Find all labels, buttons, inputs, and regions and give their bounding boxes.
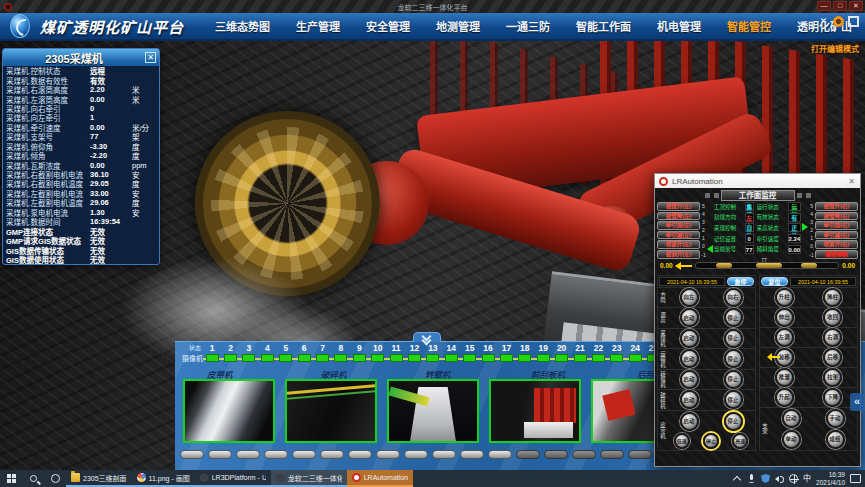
control-button[interactable]: 启动 bbox=[680, 412, 699, 431]
control-button[interactable]: 低速 bbox=[674, 433, 690, 449]
function-button-left-1[interactable]: 摇臂降(左) bbox=[657, 212, 700, 221]
close-icon[interactable]: ✕ bbox=[145, 52, 156, 63]
channel-status-ok[interactable] bbox=[500, 354, 513, 362]
control-button[interactable]: 升起 bbox=[775, 388, 794, 407]
function-button-right-1[interactable]: 摇臂降(右) bbox=[815, 212, 858, 221]
control-button[interactable]: 降柱 bbox=[823, 288, 842, 307]
gear-icon[interactable] bbox=[833, 16, 844, 27]
channel-status-ok[interactable] bbox=[298, 354, 311, 362]
control-button[interactable]: 启动 bbox=[680, 329, 699, 348]
channel-status-ok[interactable] bbox=[482, 354, 495, 362]
control-button[interactable]: 收回 bbox=[823, 308, 842, 327]
channel-status-ok[interactable] bbox=[463, 354, 476, 362]
control-button[interactable]: 伸出 bbox=[775, 308, 794, 327]
function-button-left-2[interactable]: 牵引加(左) bbox=[657, 221, 700, 230]
channel-status-ok[interactable] bbox=[279, 354, 292, 362]
control-button[interactable]: 拉架 bbox=[823, 368, 842, 387]
tab-nav-icon[interactable] bbox=[705, 193, 710, 198]
control-button[interactable]: 升柱 bbox=[775, 288, 794, 307]
function-button-right-3[interactable]: 牵引减(右) bbox=[815, 231, 858, 240]
window-icon[interactable] bbox=[848, 16, 859, 27]
channel-status-ok[interactable] bbox=[206, 354, 219, 362]
channel-status-ok[interactable] bbox=[574, 354, 587, 362]
channel-status-ok[interactable] bbox=[592, 354, 605, 362]
mic-icon[interactable] bbox=[747, 474, 756, 483]
control-button[interactable]: 停止 bbox=[703, 433, 719, 449]
camera-thumbnail-1[interactable] bbox=[183, 379, 275, 443]
channel-status-ok[interactable] bbox=[445, 354, 458, 362]
control-button[interactable]: 下降 bbox=[823, 388, 842, 407]
menu-item-4[interactable]: 一通三防 bbox=[493, 18, 563, 34]
channel-status-ok[interactable] bbox=[537, 354, 550, 362]
channel-status-ok[interactable] bbox=[610, 354, 623, 362]
minimize-button[interactable]: — bbox=[817, 1, 831, 11]
menu-item-3[interactable]: 地测管理 bbox=[423, 18, 493, 34]
menu-item-7[interactable]: 智能管控 bbox=[714, 18, 784, 34]
taskbar-task-3[interactable]: 龙软二三维一体化... bbox=[271, 470, 347, 487]
notification-icon[interactable] bbox=[850, 474, 861, 483]
control-button[interactable]: 停止 bbox=[724, 412, 743, 431]
group-mode-button[interactable]: 复位 bbox=[761, 277, 788, 286]
control-button[interactable]: 左调 bbox=[775, 328, 794, 347]
shield-icon[interactable] bbox=[761, 474, 770, 483]
chevron-up-icon[interactable] bbox=[733, 474, 742, 483]
function-button-left-4[interactable]: 喷雾开(左) bbox=[657, 240, 700, 249]
close-icon[interactable]: ✕ bbox=[848, 177, 855, 186]
start-button[interactable] bbox=[0, 470, 22, 487]
control-button[interactable]: 启动 bbox=[680, 349, 699, 368]
close-button[interactable]: ✕ bbox=[849, 1, 863, 11]
tab-nav-icon[interactable] bbox=[806, 193, 811, 198]
control-button[interactable]: 单动 bbox=[782, 430, 801, 449]
menu-item-0[interactable]: 三维态势图 bbox=[202, 18, 283, 34]
camera-thumbnail-4[interactable] bbox=[489, 379, 581, 443]
cortana-icon[interactable] bbox=[44, 470, 66, 487]
function-button-right-4[interactable]: 喷雾开(右) bbox=[815, 240, 858, 249]
control-button[interactable]: 后移 bbox=[823, 348, 842, 367]
control-button[interactable]: 停止 bbox=[724, 308, 743, 327]
position-slider[interactable]: 77 bbox=[695, 262, 840, 269]
lrautomation-titlebar[interactable]: LRAutomation ✕ bbox=[655, 174, 860, 188]
ime-icon[interactable]: 中 bbox=[803, 474, 811, 483]
group-mode-button[interactable]: 急停 bbox=[727, 277, 754, 286]
channel-status-ok[interactable] bbox=[426, 354, 439, 362]
open-edit-mode-button[interactable]: 打开编辑模式 bbox=[811, 43, 859, 54]
menu-item-1[interactable]: 生产管理 bbox=[283, 18, 353, 34]
control-button[interactable]: 成组 bbox=[826, 430, 845, 449]
control-button[interactable]: 推溜 bbox=[775, 368, 794, 387]
menu-item-5[interactable]: 智能工作面 bbox=[563, 18, 644, 34]
collapse-panel-button[interactable] bbox=[413, 332, 441, 342]
function-button-left-0[interactable]: 摇臂升(左) bbox=[657, 202, 700, 211]
volume-icon[interactable] bbox=[775, 474, 784, 483]
control-button[interactable]: 停止 bbox=[724, 390, 743, 409]
control-button[interactable]: 自动 bbox=[782, 409, 801, 428]
channel-status-ok[interactable] bbox=[408, 354, 421, 362]
control-button[interactable]: 向右 bbox=[724, 288, 743, 307]
control-button[interactable]: 停止 bbox=[724, 329, 743, 348]
channel-status-ok[interactable] bbox=[353, 354, 366, 362]
control-button[interactable]: 右调 bbox=[823, 328, 842, 347]
control-button[interactable]: 启动 bbox=[680, 390, 699, 409]
taskbar-task-1[interactable]: 11.png - 画图 bbox=[132, 470, 195, 487]
channel-status-ok[interactable] bbox=[224, 354, 237, 362]
taskbar-task-2[interactable]: LR3DPlatform - U... bbox=[195, 470, 271, 487]
channel-status-ok[interactable] bbox=[261, 354, 274, 362]
function-button-left-3[interactable]: 牵引减(左) bbox=[657, 231, 700, 240]
menu-item-6[interactable]: 机电管理 bbox=[644, 18, 714, 34]
menu-item-2[interactable]: 安全管理 bbox=[353, 18, 423, 34]
tab-nav-icon[interactable] bbox=[714, 193, 719, 198]
control-button[interactable]: 向左 bbox=[680, 288, 699, 307]
channel-status-ok[interactable] bbox=[390, 354, 403, 362]
channel-status-ok[interactable] bbox=[242, 354, 255, 362]
control-button[interactable]: 停止 bbox=[724, 349, 743, 368]
camera-thumbnail-3[interactable] bbox=[387, 379, 479, 443]
channel-status-ok[interactable] bbox=[629, 354, 642, 362]
control-button[interactable]: 启动 bbox=[680, 370, 699, 389]
maximize-button[interactable]: □ bbox=[833, 1, 847, 11]
channel-status-ok[interactable] bbox=[518, 354, 531, 362]
camera-thumbnail-2[interactable] bbox=[285, 379, 377, 443]
channel-status-ok[interactable] bbox=[555, 354, 568, 362]
function-button-right-5[interactable]: 紧急停机 bbox=[815, 250, 858, 259]
tab-workface-monitor[interactable]: 工作面监控 bbox=[721, 190, 795, 201]
function-button-left-5[interactable]: 截割开(左) bbox=[657, 250, 700, 259]
control-button[interactable]: 手动 bbox=[826, 409, 845, 428]
